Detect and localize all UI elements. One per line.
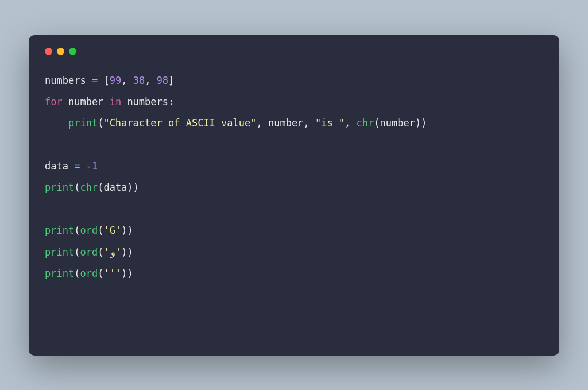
code-line-8: print(ord(''')) — [45, 268, 133, 279]
code-window: numbers = [99, 38, 98] for number in num… — [29, 35, 559, 356]
window-traffic-lights — [45, 48, 543, 55]
code-line-7: print(ord('و')) — [45, 246, 133, 258]
code-line-2: for number in numbers: — [45, 96, 174, 107]
code-line-5: print(chr(data)) — [45, 182, 139, 193]
maximize-icon[interactable] — [69, 48, 76, 55]
code-block: numbers = [99, 38, 98] for number in num… — [45, 70, 543, 285]
close-icon[interactable] — [45, 48, 52, 55]
code-line-6: print(ord('G')) — [45, 225, 133, 236]
code-line-1: numbers = [99, 38, 98] — [45, 75, 174, 86]
code-line-4: data = -1 — [45, 160, 98, 172]
code-line-3: print("Character of ASCII value", number… — [45, 117, 427, 129]
minimize-icon[interactable] — [57, 48, 64, 55]
